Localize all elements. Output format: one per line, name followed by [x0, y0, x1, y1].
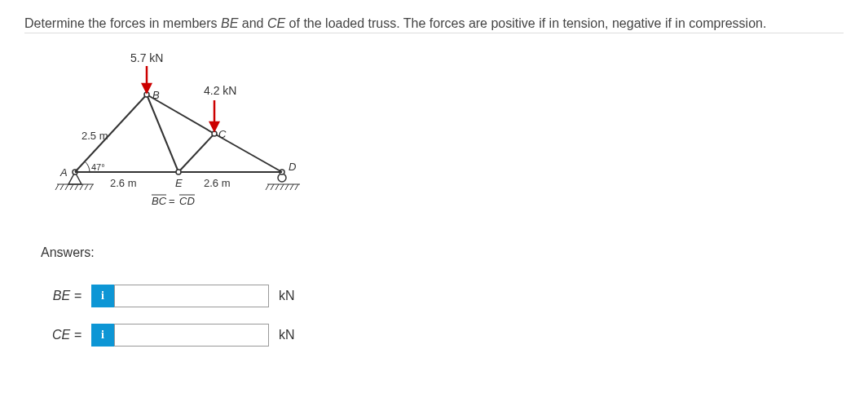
svg-line-14: [275, 184, 279, 190]
svg-line-3: [65, 184, 68, 190]
answers-heading: Answers:: [41, 245, 844, 260]
be-input[interactable]: [114, 285, 269, 307]
info-icon[interactable]: i: [91, 324, 114, 347]
svg-marker-34: [210, 122, 218, 130]
svg-line-7: [85, 184, 88, 190]
node-c: C: [218, 128, 227, 140]
ce-unit: kN: [279, 328, 295, 342]
svg-line-5: [75, 184, 78, 190]
svg-line-1: [55, 184, 59, 190]
constraint-left: BC: [152, 195, 167, 207]
member-ce: CE: [267, 16, 285, 30]
be-unit: kN: [279, 289, 295, 303]
node-d: D: [289, 161, 296, 173]
svg-line-24: [147, 95, 178, 172]
svg-line-4: [70, 184, 73, 190]
force1-label: 5.7 kN: [130, 51, 163, 64]
svg-line-17: [290, 184, 293, 190]
svg-line-18: [295, 184, 298, 190]
svg-line-6: [80, 184, 83, 190]
ce-label: CE =: [41, 328, 82, 342]
svg-line-15: [280, 184, 284, 190]
info-icon[interactable]: i: [91, 285, 114, 307]
be-label: BE =: [41, 289, 82, 303]
svg-line-12: [266, 184, 269, 190]
answers-section: Answers: BE = i kN CE = i kN: [41, 245, 844, 347]
ce-input[interactable]: [114, 324, 269, 347]
problem-statement: Determine the forces in members BE and C…: [24, 16, 844, 33]
node-b: B: [152, 89, 160, 101]
answer-row-be: BE = i kN: [41, 285, 844, 307]
force2-label: 4.2 kN: [204, 84, 236, 97]
node-a: A: [59, 166, 68, 179]
svg-text:=: =: [169, 195, 175, 207]
problem-text-mid: and: [238, 16, 267, 30]
length-ed: 2.6 m: [204, 177, 231, 189]
svg-line-13: [271, 184, 274, 190]
angle-a: 47°: [91, 162, 105, 172]
answer-row-ce: CE = i kN: [41, 324, 844, 347]
svg-line-8: [90, 184, 93, 190]
problem-text-prefix: Determine the forces in members: [24, 16, 221, 30]
truss-diagram: 5.7 kN 4.2 kN 2.5 m 47° 2.6 m 2.6 m A B …: [41, 50, 302, 221]
svg-line-16: [285, 184, 289, 190]
member-be: BE: [221, 16, 238, 30]
svg-line-26: [178, 134, 214, 172]
svg-point-30: [176, 170, 181, 174]
svg-line-2: [60, 184, 64, 190]
length-ab: 2.5 m: [82, 130, 108, 142]
problem-text-suffix: of the loaded truss. The forces are posi…: [285, 16, 766, 30]
svg-marker-32: [143, 84, 151, 92]
node-e: E: [175, 177, 183, 189]
constraint-right: CD: [179, 195, 195, 207]
length-ae: 2.6 m: [110, 177, 137, 189]
